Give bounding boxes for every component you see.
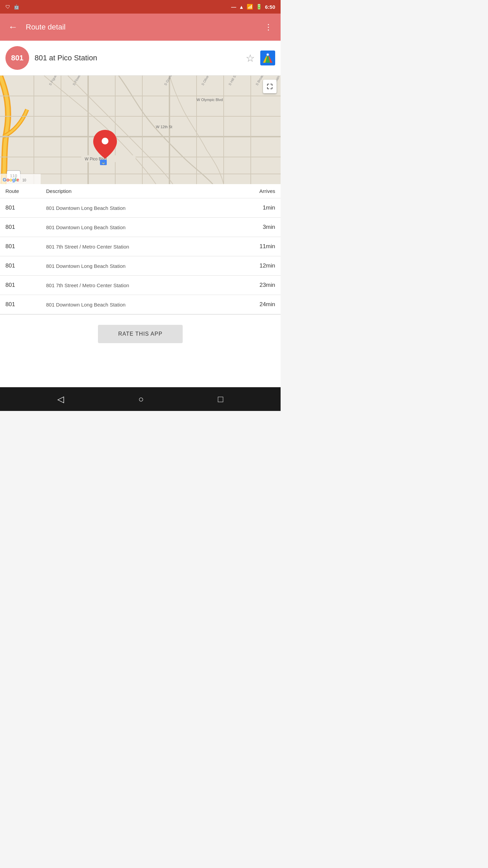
routes-table: Route Description Arrives 801 801 Downto… (0, 184, 281, 314)
table-row: 801 801 Downtown Long Beach Station 3min (0, 218, 281, 237)
cell-route-1: 801 (5, 224, 46, 231)
cell-desc-3: 801 Downtown Long Beach Station (46, 263, 228, 269)
rate-section: RATE THIS APP (0, 314, 281, 353)
table-header: Route Description Arrives (0, 184, 281, 198)
svg-text:W 12th St: W 12th St (156, 125, 172, 129)
svg-rect-6 (0, 76, 281, 184)
favorite-star-icon[interactable]: ☆ (246, 52, 255, 64)
cell-arrives-2: 11min (228, 243, 275, 250)
cell-desc-2: 801 7th Street / Metro Center Station (46, 244, 228, 250)
cell-route-5: 801 (5, 301, 46, 308)
cell-route-3: 801 (5, 262, 46, 269)
nav-bar: ◁ ○ □ (0, 387, 281, 411)
status-bar-left-icons: 🛡 🤖 (5, 4, 19, 9)
cell-arrives-3: 12min (228, 262, 275, 269)
map-expand-button[interactable] (263, 80, 277, 93)
cell-route-4: 801 (5, 282, 46, 289)
table-row: 801 801 7th Street / Metro Center Statio… (0, 276, 281, 295)
cell-arrives-0: 1min (228, 204, 275, 211)
bottom-spacer (0, 353, 281, 387)
route-badge: 801 (5, 46, 29, 70)
cell-desc-1: 801 Downtown Long Beach Station (46, 224, 228, 230)
status-bar: 🛡 🤖 — ▲ 📶 🔋 6:50 (0, 0, 281, 14)
status-bar-right-icons: — ▲ 📶 🔋 6:50 (231, 4, 275, 10)
route-title: 801 at Pico Station (35, 54, 240, 62)
cell-desc-0: 801 Downtown Long Beach Station (46, 205, 228, 211)
cell-route-0: 801 (5, 204, 46, 211)
map-svg: W Pico Blvd W Olympic Blvd W 12th St S F… (0, 76, 281, 184)
nav-recent-button[interactable]: □ (215, 391, 226, 407)
svg-text:Google: Google (3, 177, 19, 182)
battery-icon: 🔋 (256, 4, 262, 10)
app-bar-title: Route detail (26, 23, 256, 32)
route-header: 801 801 at Pico Station ☆ (0, 41, 281, 76)
svg-point-5 (267, 54, 269, 56)
cell-desc-4: 801 7th Street / Metro Center Station (46, 282, 228, 288)
time-display: 6:50 (265, 4, 275, 10)
route-header-actions: ☆ (246, 51, 275, 65)
map-container[interactable]: W Pico Blvd W Olympic Blvd W 12th St S F… (0, 76, 281, 184)
rate-app-button[interactable]: RATE THIS APP (98, 325, 183, 343)
back-button[interactable]: ← (5, 19, 20, 35)
shield-icon: 🛡 (5, 4, 10, 9)
svg-point-38 (102, 138, 108, 144)
route-badge-number: 801 (11, 54, 24, 62)
android-icon: 🤖 (14, 4, 19, 9)
svg-text:10: 10 (22, 178, 26, 182)
header-arrives: Arrives (228, 188, 275, 194)
nav-back-button[interactable]: ◁ (55, 391, 67, 407)
more-options-button[interactable]: ⋮ (262, 20, 275, 35)
open-maps-button[interactable] (260, 51, 275, 65)
nav-home-button[interactable]: ○ (136, 391, 146, 407)
table-row: 801 801 Downtown Long Beach Station 24mi… (0, 295, 281, 314)
header-description: Description (46, 188, 228, 194)
minus-icon: — (231, 4, 236, 10)
cell-arrives-1: 3min (228, 224, 275, 231)
wifi-icon: ▲ (239, 4, 244, 10)
signal-icon: 📶 (247, 4, 253, 10)
app-bar: ← Route detail ⋮ (0, 14, 281, 41)
svg-text:🚌: 🚌 (102, 161, 105, 164)
table-row: 801 801 Downtown Long Beach Station 12mi… (0, 256, 281, 276)
svg-text:W Olympic Blvd: W Olympic Blvd (197, 98, 223, 102)
cell-desc-5: 801 Downtown Long Beach Station (46, 302, 228, 308)
table-row: 801 801 Downtown Long Beach Station 1min (0, 198, 281, 218)
cell-arrives-5: 24min (228, 301, 275, 308)
cell-arrives-4: 23min (228, 282, 275, 289)
header-route: Route (5, 188, 46, 194)
cell-route-2: 801 (5, 243, 46, 250)
table-row: 801 801 7th Street / Metro Center Statio… (0, 237, 281, 256)
